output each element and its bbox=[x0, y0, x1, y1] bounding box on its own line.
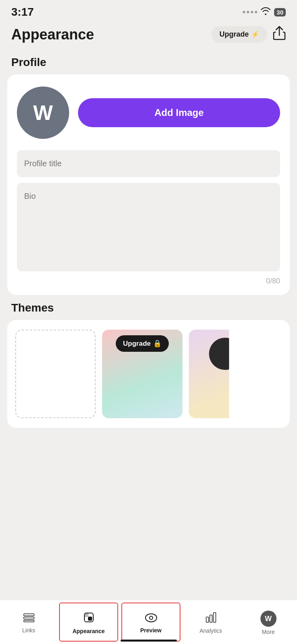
upgrade-overlay-button[interactable]: Upgrade 🔒 bbox=[116, 335, 169, 352]
profile-title-input[interactable] bbox=[17, 150, 280, 177]
themes-section-label: Themes bbox=[0, 295, 297, 320]
add-image-button[interactable]: Add Image bbox=[78, 98, 280, 127]
svg-point-6 bbox=[145, 614, 157, 622]
status-time: 3:17 bbox=[11, 6, 34, 19]
themes-card: Upgrade 🔒 bbox=[7, 320, 290, 428]
lightning-icon: ⚡ bbox=[251, 31, 259, 38]
bottom-nav: Links Appearance Preview bbox=[0, 600, 297, 644]
svg-rect-1 bbox=[24, 617, 34, 619]
nav-more[interactable]: W More bbox=[240, 600, 297, 644]
share-button[interactable] bbox=[273, 26, 286, 43]
profile-image-row: W Add Image bbox=[17, 87, 280, 139]
links-icon bbox=[23, 613, 35, 625]
status-icons: 30 bbox=[243, 7, 286, 17]
char-count: 0/80 bbox=[17, 277, 280, 285]
svg-point-7 bbox=[150, 616, 153, 619]
nav-preview[interactable]: Preview bbox=[121, 603, 180, 642]
upgrade-label: Upgrade bbox=[219, 30, 249, 39]
svg-rect-9 bbox=[210, 615, 212, 622]
wifi-icon bbox=[260, 7, 271, 17]
theme-upgrade[interactable]: Upgrade 🔒 bbox=[102, 330, 182, 418]
svg-rect-2 bbox=[24, 620, 34, 622]
svg-rect-10 bbox=[213, 613, 216, 622]
theme-partial-decoration bbox=[209, 338, 229, 370]
profile-card: W Add Image 0/80 bbox=[7, 74, 290, 295]
themes-row: Upgrade 🔒 bbox=[15, 330, 282, 418]
nav-more-label: More bbox=[262, 629, 275, 635]
more-avatar: W bbox=[260, 611, 277, 627]
nav-links[interactable]: Links bbox=[0, 600, 57, 644]
svg-rect-0 bbox=[24, 614, 34, 616]
nav-analytics-label: Analytics bbox=[199, 627, 222, 634]
svg-rect-4 bbox=[88, 617, 92, 621]
theme-default[interactable] bbox=[15, 330, 96, 418]
share-icon bbox=[273, 26, 286, 40]
upgrade-button[interactable]: Upgrade ⚡ bbox=[211, 26, 267, 43]
home-indicator bbox=[121, 640, 177, 642]
page-title: Appearance bbox=[11, 26, 94, 43]
nav-preview-label: Preview bbox=[140, 627, 162, 634]
appearance-icon bbox=[83, 612, 94, 626]
svg-rect-8 bbox=[206, 617, 209, 622]
nav-links-label: Links bbox=[22, 627, 35, 634]
svg-rect-5 bbox=[84, 613, 88, 617]
avatar-letter: W bbox=[33, 101, 53, 125]
analytics-icon bbox=[206, 612, 216, 625]
lock-icon: 🔒 bbox=[153, 339, 162, 348]
nav-appearance[interactable]: Appearance bbox=[59, 603, 118, 642]
nav-appearance-label: Appearance bbox=[72, 628, 104, 634]
signal-dots-icon bbox=[243, 11, 257, 13]
preview-icon bbox=[145, 613, 157, 625]
header-actions: Upgrade ⚡ bbox=[211, 26, 286, 43]
nav-analytics[interactable]: Analytics bbox=[182, 600, 240, 644]
header: Appearance Upgrade ⚡ bbox=[0, 22, 297, 50]
status-bar: 3:17 30 bbox=[0, 0, 297, 22]
avatar: W bbox=[17, 87, 69, 139]
bio-input[interactable] bbox=[17, 183, 280, 271]
upgrade-overlay-label: Upgrade bbox=[123, 340, 151, 348]
theme-partial[interactable] bbox=[189, 330, 229, 418]
profile-section-label: Profile bbox=[0, 50, 297, 74]
battery-icon: 30 bbox=[274, 8, 286, 17]
